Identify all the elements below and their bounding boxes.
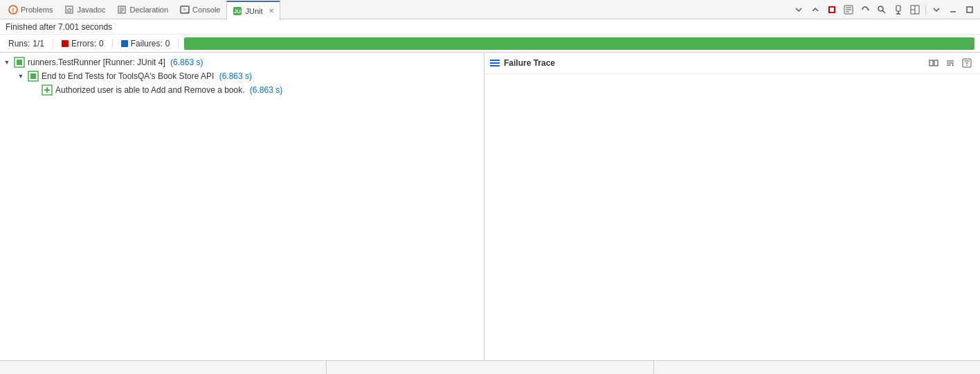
compare-button[interactable] xyxy=(926,55,941,71)
stop-button[interactable] xyxy=(824,2,840,17)
runs-label: Runs: xyxy=(8,39,30,48)
svg-text:JU: JU xyxy=(234,8,241,15)
svg-rect-37 xyxy=(929,60,933,66)
right-scroll-segment[interactable] xyxy=(654,361,980,375)
svg-line-21 xyxy=(882,10,885,13)
runs-stat: Runs: 1/1 xyxy=(0,39,53,48)
runs-value: 1/1 xyxy=(33,39,44,48)
svg-rect-33 xyxy=(30,73,36,79)
junit-icon: JU xyxy=(233,6,242,16)
tab-declaration-label: Declaration xyxy=(129,6,168,14)
suite-item-time: (6.863 s) xyxy=(219,71,252,81)
tab-bar: ! Problems @ Javadoc Declaration xyxy=(0,0,980,19)
tree-test-item[interactable]: Authorized user is able to Add and Remov… xyxy=(0,83,484,97)
failures-icon xyxy=(121,40,128,47)
errors-icon xyxy=(62,40,69,47)
failures-stat: Failures: 0 xyxy=(113,39,179,48)
svg-rect-29 xyxy=(967,7,972,12)
search-button[interactable] xyxy=(874,2,889,17)
console-icon: >_ xyxy=(180,5,190,15)
status-message: Finished after 7.001 seconds xyxy=(6,22,112,32)
suite-icon xyxy=(28,71,39,82)
toolbar-icons xyxy=(791,2,977,17)
svg-text:!: ! xyxy=(12,7,15,14)
filter-button[interactable] xyxy=(959,55,974,71)
svg-text:@: @ xyxy=(66,7,72,13)
expand-suite-icon[interactable]: ▼ xyxy=(17,72,25,80)
run-history-button[interactable] xyxy=(841,2,856,17)
svg-point-20 xyxy=(878,6,883,11)
tree-root-item[interactable]: ▼ runners.TestRunner [Runner: JUnit 4] (… xyxy=(0,55,484,69)
failure-trace-title: Failure Trace xyxy=(504,58,555,68)
maximize-button[interactable] xyxy=(962,2,977,17)
expand-root-icon[interactable]: ▼ xyxy=(3,58,11,66)
test-tree-panel: ▼ runners.TestRunner [Runner: JUnit 4] (… xyxy=(0,53,484,360)
middle-scroll-segment[interactable] xyxy=(327,361,653,375)
minimize-button[interactable] xyxy=(945,2,961,17)
tab-problems-label: Problems xyxy=(21,6,53,14)
failures-label: Failures: xyxy=(131,39,163,48)
main-content: ▼ runners.TestRunner [Runner: JUnit 4] (… xyxy=(0,53,980,360)
tree-suite-item[interactable]: ▼ End to End Tests for ToolsQA's Book St… xyxy=(0,69,484,83)
pin-button[interactable] xyxy=(891,2,906,17)
failure-trace-content xyxy=(484,74,980,360)
svg-rect-22 xyxy=(896,6,900,11)
menu-dropdown-button[interactable] xyxy=(929,2,944,17)
tab-javadoc-label: Javadoc xyxy=(77,6,105,14)
svg-rect-13 xyxy=(830,8,832,12)
test-item-time: (6.863 s) xyxy=(250,85,282,95)
tab-javadoc[interactable]: @ Javadoc xyxy=(59,0,111,19)
toolbar-separator xyxy=(925,4,926,15)
layout-button[interactable] xyxy=(907,2,923,17)
tab-junit-label: JUnit xyxy=(245,7,262,15)
failure-trace-header: Failure Trace xyxy=(484,53,980,74)
svg-rect-31 xyxy=(17,60,22,65)
root-item-time: (6.863 s) xyxy=(170,57,203,67)
failures-value: 0 xyxy=(165,39,170,48)
left-scroll-segment[interactable] xyxy=(0,361,327,375)
suite-item-label: End to End Tests for ToolsQA's Book Stor… xyxy=(42,71,217,81)
tab-junit[interactable]: JU JUnit ✕ xyxy=(226,1,280,20)
root-item-label: runners.TestRunner [Runner: JUnit 4] xyxy=(28,57,167,67)
failure-trace-panel: Failure Trace xyxy=(484,53,980,360)
stack-trace-button[interactable] xyxy=(943,55,958,71)
errors-stat: Errors: 0 xyxy=(53,39,113,48)
test-icon xyxy=(42,84,53,96)
svg-marker-19 xyxy=(868,8,869,11)
tab-declaration[interactable]: Declaration xyxy=(111,0,174,19)
bottom-scroll-bar[interactable] xyxy=(0,360,980,374)
scroll-down-button[interactable] xyxy=(791,2,806,17)
svg-rect-14 xyxy=(832,8,834,12)
scroll-up-button[interactable] xyxy=(808,2,823,17)
right-panel-toolbar xyxy=(926,55,974,71)
svg-marker-42 xyxy=(952,64,954,66)
tab-console-label: Console xyxy=(192,6,220,14)
rerun-button[interactable] xyxy=(858,2,873,17)
tab-junit-close[interactable]: ✕ xyxy=(269,7,274,15)
root-suite-icon xyxy=(14,57,25,68)
stats-row: Runs: 1/1 Errors: 0 Failures: 0 xyxy=(0,35,980,53)
warning-icon: ! xyxy=(8,5,18,15)
svg-rect-38 xyxy=(934,60,938,66)
test-item-label: Authorized user is able to Add and Remov… xyxy=(55,85,247,95)
tab-problems[interactable]: ! Problems xyxy=(3,0,59,19)
errors-label: Errors: xyxy=(71,39,96,48)
progress-bar xyxy=(184,37,974,50)
declaration-icon xyxy=(117,5,127,15)
javadoc-icon: @ xyxy=(64,5,74,15)
status-bar: Finished after 7.001 seconds xyxy=(0,19,980,35)
svg-text:>_: >_ xyxy=(183,6,190,12)
tab-console[interactable]: >_ Console xyxy=(174,0,226,19)
errors-value: 0 xyxy=(99,39,104,48)
lines-icon xyxy=(490,60,500,66)
